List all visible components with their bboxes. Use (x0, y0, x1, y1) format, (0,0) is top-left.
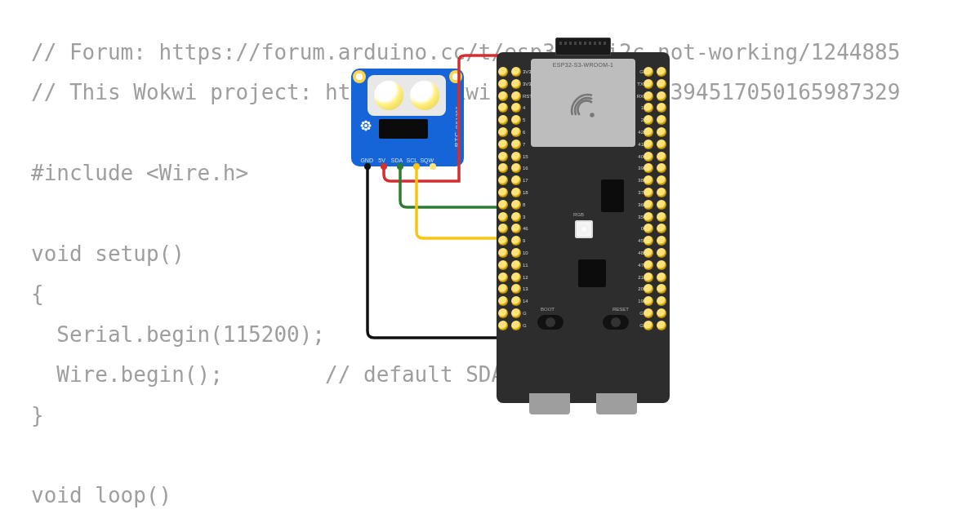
svg-point-2 (360, 124, 363, 127)
pin-label: 13 (523, 284, 532, 294)
header-pin (511, 296, 521, 306)
header-pin (657, 140, 666, 149)
pin-label: 41 (637, 140, 644, 149)
header-pin (657, 260, 666, 270)
header-pin (511, 273, 521, 282)
pin-label: 42 (637, 127, 644, 137)
header-pin (498, 91, 508, 101)
pin-label: TX (637, 79, 644, 89)
header-pin (498, 67, 508, 77)
rtc-pin-sqw: SQW (420, 157, 434, 163)
pin-column-left-outer (498, 67, 510, 330)
header-pin (644, 152, 653, 162)
header-pin (498, 163, 508, 173)
svg-point-0 (364, 120, 368, 123)
header-pin (498, 188, 508, 197)
header-pin (657, 236, 666, 246)
pin-label: 21 (637, 273, 644, 282)
pin-label: RST (523, 91, 532, 101)
header-pin (657, 163, 666, 173)
rtc-silkscreen-label: RTC DS1307 (453, 106, 461, 147)
coin-cell-icon (374, 81, 403, 110)
header-pin (644, 273, 653, 282)
header-pin (644, 103, 653, 113)
rtc-pad-scl (413, 163, 420, 170)
header-pin (644, 175, 653, 185)
espressif-logo-icon (565, 88, 601, 124)
pin-label: 38 (637, 175, 644, 185)
header-pin (498, 296, 508, 306)
svg-point-8 (364, 124, 368, 127)
pin-label: G (637, 308, 644, 318)
pin-column-right-outer (657, 67, 668, 330)
pin-label: 35 (637, 212, 644, 222)
usb-uart-port-icon (529, 393, 570, 414)
pin-label: 12 (523, 273, 532, 282)
header-pin (657, 224, 666, 233)
svg-point-1 (364, 128, 368, 131)
boot-button[interactable] (537, 315, 564, 330)
header-pin (657, 308, 666, 318)
header-pin (498, 115, 508, 125)
pin-label: 11 (523, 260, 532, 270)
header-pin (657, 321, 666, 330)
reset-button[interactable] (603, 315, 629, 330)
pin-label: 2 (637, 115, 644, 125)
header-pin (644, 260, 653, 270)
header-pin (644, 91, 653, 101)
header-pin (511, 224, 521, 233)
rtc-label-top: RTC (453, 131, 461, 147)
header-pin (498, 200, 508, 210)
header-pin (498, 308, 508, 318)
header-pin (511, 163, 521, 173)
pin-label: 14 (523, 296, 532, 306)
ic-chip-icon (379, 119, 428, 139)
pin-label: 6 (523, 127, 532, 137)
adafruit-flower-icon (359, 119, 372, 132)
pin-labels-right: GTXRX1242414039383736350454847212019GG (637, 67, 644, 330)
header-pin (644, 296, 653, 306)
pin-label: 45 (637, 236, 644, 246)
header-pin (644, 321, 653, 330)
wire-sda (400, 166, 503, 207)
header-pin (657, 175, 666, 185)
svg-point-5 (368, 122, 371, 125)
pin-column-right-inner (644, 67, 655, 330)
header-pin (511, 212, 521, 222)
coin-cell-holder-icon (368, 75, 446, 116)
pin-label: 16 (523, 163, 532, 173)
header-pin (498, 127, 508, 137)
header-pin (511, 236, 521, 246)
header-pin (644, 308, 653, 318)
header-pin (498, 152, 508, 162)
header-pin (498, 140, 508, 149)
pin-labels-left: 3V33V3RST456715161718834691011121314GG (523, 67, 532, 330)
header-pin (498, 248, 508, 258)
pin-label: 48 (637, 248, 644, 258)
rtc-pin-sda: SDA (390, 157, 404, 163)
header-pin (657, 188, 666, 197)
pin-label: 0 (637, 224, 644, 233)
pin-label: 37 (637, 188, 644, 197)
pin-label: 36 (637, 200, 644, 210)
header-pin (498, 284, 508, 294)
header-pin (511, 200, 521, 210)
header-pin (657, 248, 666, 258)
pin-label: 7 (523, 140, 532, 149)
header-pin (657, 152, 666, 162)
pin-label: RX (637, 91, 644, 101)
rtc-pad-sda (397, 163, 403, 170)
header-pin (511, 152, 521, 162)
header-pin (657, 200, 666, 210)
pin-label: 19 (637, 296, 644, 306)
header-pin (644, 163, 653, 173)
header-pin (644, 140, 653, 149)
pin-label: 18 (523, 188, 532, 197)
header-pin (657, 127, 666, 137)
pin-column-left-inner (511, 67, 523, 330)
svg-point-4 (362, 122, 365, 125)
pin-label: G (637, 67, 644, 77)
wire-gnd (368, 166, 503, 338)
header-pin (657, 115, 666, 125)
mounting-hole-icon (449, 70, 462, 83)
